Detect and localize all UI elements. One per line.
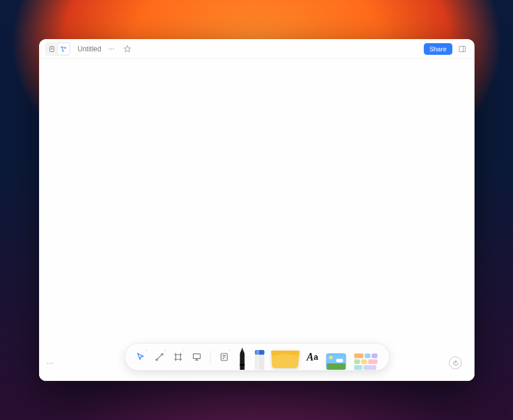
svg-point-8: [113, 48, 114, 50]
whiteboard-canvas[interactable]: ⌃ ⌃ ⌃ ⌃: [39, 59, 475, 381]
frame-icon: [173, 352, 182, 362]
share-button[interactable]: Share: [424, 43, 452, 55]
svg-rect-21: [193, 354, 200, 359]
cursor-icon: [136, 352, 145, 362]
presentation-icon: [192, 352, 201, 362]
highlighter-icon: [253, 346, 266, 370]
view-mode-toggle: [45, 42, 71, 56]
text-tool-glyph-small: a: [314, 352, 318, 362]
svg-point-12: [47, 363, 48, 364]
svg-rect-31: [256, 350, 259, 370]
svg-point-6: [108, 48, 110, 50]
svg-rect-28: [240, 364, 244, 366]
title-bar: Untitled Share: [39, 39, 475, 59]
chevron-up-icon: ⌃: [163, 349, 167, 354]
page-icon: [48, 46, 55, 52]
sticky-note-icon: [270, 349, 300, 370]
favorite-button[interactable]: [121, 43, 134, 55]
view-mode-page-button[interactable]: [46, 43, 58, 55]
connector-icon: [154, 352, 164, 362]
frame-tool[interactable]: ⌃: [169, 348, 187, 366]
toolbar: ⌃ ⌃ ⌃ ⌃: [125, 344, 389, 370]
select-tool[interactable]: ⌃: [132, 348, 149, 366]
svg-marker-9: [124, 46, 131, 52]
chevron-up-icon: ⌃: [145, 349, 148, 354]
chevron-up-icon: ⌃: [182, 349, 185, 354]
note-block-tool[interactable]: ⌃: [215, 348, 233, 366]
highlighter-tool[interactable]: [251, 344, 268, 370]
svg-point-3: [61, 46, 63, 48]
edgeless-icon: [60, 46, 67, 52]
connector-tool[interactable]: ⌃: [150, 348, 168, 366]
pen-icon: [237, 346, 247, 370]
svg-point-13: [50, 363, 51, 364]
toggle-right-panel-button[interactable]: [456, 43, 469, 55]
text-tool[interactable]: Aa: [303, 351, 322, 363]
document-more-button[interactable]: [105, 43, 118, 55]
image-tool[interactable]: [324, 344, 348, 370]
svg-point-7: [111, 48, 112, 50]
toolbar-divider: [210, 351, 210, 363]
image-icon: [326, 354, 346, 370]
document-title[interactable]: Untitled: [78, 45, 101, 53]
chevron-up-icon: ⌃: [228, 349, 231, 354]
templates-icon: [354, 354, 377, 370]
svg-point-5: [62, 50, 64, 51]
canvas-more-button[interactable]: [46, 359, 54, 369]
note-icon: [219, 352, 229, 362]
chat-help-icon: [452, 360, 459, 366]
svg-rect-10: [459, 46, 466, 51]
view-mode-whiteboard-button[interactable]: [58, 43, 69, 55]
svg-point-4: [65, 47, 66, 48]
svg-point-16: [161, 354, 163, 355]
help-button[interactable]: [449, 356, 462, 369]
sidebar-right-icon: [458, 45, 466, 53]
svg-point-15: [156, 359, 157, 360]
templates-tool[interactable]: [349, 344, 382, 370]
presentation-tool[interactable]: [188, 348, 205, 366]
sticky-note-tool[interactable]: [269, 344, 301, 370]
ellipsis-icon: [46, 359, 54, 368]
star-icon: [124, 45, 131, 52]
text-tool-glyph-big: A: [307, 351, 314, 363]
svg-point-14: [52, 363, 53, 364]
pen-tool[interactable]: [234, 344, 250, 370]
ellipsis-icon: [108, 46, 115, 52]
app-window: Untitled Share ⌃ ⌃: [39, 39, 475, 381]
